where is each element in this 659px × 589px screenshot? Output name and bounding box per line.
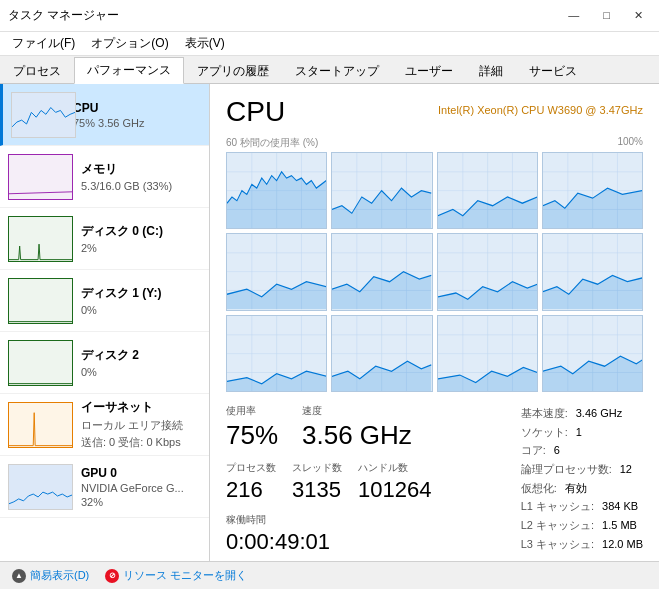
cpu-graph-2 — [437, 152, 538, 229]
speed-stat: 速度 3.56 GHz — [302, 404, 412, 451]
usage-stat: 使用率 75% — [226, 404, 278, 451]
resource-monitor-link[interactable]: ⊘ リソース モニターを開く — [105, 568, 247, 583]
logical-key: 論理プロセッサ数: — [521, 460, 612, 479]
sidebar-item-cpu[interactable]: CPU 75% 3.56 GHz — [0, 84, 209, 146]
disk0-sidebar-name: ディスク 0 (C:) — [81, 223, 201, 240]
tab-performance[interactable]: パフォーマンス — [74, 57, 184, 84]
gpu-sidebar-info: GPU 0 NVIDIA GeForce G... 32% — [81, 466, 201, 508]
sidebar-item-gpu[interactable]: GPU 0 NVIDIA GeForce G... 32% — [0, 456, 209, 518]
process-stat: プロセス数 216 — [226, 461, 276, 503]
cpu-graph-11 — [542, 315, 643, 392]
cpu-graph-5 — [331, 233, 432, 310]
speed-label: 速度 — [302, 404, 412, 418]
stats-section: 使用率 75% 速度 3.56 GHz プロセス数 — [226, 404, 643, 555]
close-button[interactable]: ✕ — [626, 7, 651, 24]
ethernet-sidebar-detail1: ローカル エリア接続 — [81, 418, 201, 433]
ethernet-sidebar-name: イーサネット — [81, 399, 201, 416]
uptime-label: 稼働時間 — [226, 513, 431, 527]
base-speed-key: 基本速度: — [521, 404, 568, 423]
info-socket: ソケット: 1 — [521, 423, 643, 442]
sidebar-item-ethernet[interactable]: イーサネット ローカル エリア接続 送信: 0 受信: 0 Kbps — [0, 394, 209, 456]
l1-val: 384 KB — [602, 497, 638, 516]
tab-startup[interactable]: スタートアップ — [282, 58, 392, 84]
menubar: ファイル(F) オプション(O) 表示(V) — [0, 32, 659, 56]
tabbar: プロセス パフォーマンス アプリの履歴 スタートアップ ユーザー 詳細 サービス — [0, 56, 659, 84]
cpu-graph-10 — [437, 315, 538, 392]
disk1-sidebar-info: ディスク 1 (Y:) 0% — [81, 285, 201, 316]
ethernet-sidebar-detail2: 送信: 0 受信: 0 Kbps — [81, 435, 201, 450]
socket-key: ソケット: — [521, 423, 568, 442]
minimize-button[interactable]: — — [560, 7, 587, 24]
disk2-sidebar-name: ディスク 2 — [81, 347, 201, 364]
memory-mini-graph — [8, 154, 73, 200]
cpu-graph-1 — [331, 152, 432, 229]
memory-sidebar-detail: 5.3/16.0 GB (33%) — [81, 180, 201, 192]
bottombar: ▲ 簡易表示(D) ⊘ リソース モニターを開く — [0, 561, 659, 589]
tab-users[interactable]: ユーザー — [392, 58, 466, 84]
sidebar: CPU 75% 3.56 GHz メモリ 5.3/16.0 GB (33%) — [0, 84, 210, 561]
thread-label: スレッド数 — [292, 461, 342, 475]
main-area: CPU 75% 3.56 GHz メモリ 5.3/16.0 GB (33%) — [0, 84, 659, 561]
gpu-sidebar-name: GPU 0 — [81, 466, 201, 480]
sidebar-item-memory[interactable]: メモリ 5.3/16.0 GB (33%) — [0, 146, 209, 208]
core-val: 6 — [554, 441, 560, 460]
thread-stat: スレッド数 3135 — [292, 461, 342, 503]
uptime-stat: 稼働時間 0:00:49:01 — [226, 513, 431, 555]
cpu-graph-9 — [331, 315, 432, 392]
cpu-mini-graph — [11, 92, 76, 138]
tab-apphistory[interactable]: アプリの履歴 — [184, 58, 282, 84]
cpu-graph-7 — [542, 233, 643, 310]
disk1-mini-graph — [8, 278, 73, 324]
info-base-speed: 基本速度: 3.46 GHz — [521, 404, 643, 423]
graph-label-right: 100% — [617, 136, 643, 150]
virt-val: 有効 — [565, 479, 587, 498]
svg-rect-3 — [9, 279, 72, 324]
info-virt: 仮想化: 有効 — [521, 479, 643, 498]
memory-sidebar-name: メモリ — [81, 161, 201, 178]
ethernet-mini-graph — [8, 402, 73, 448]
sidebar-item-disk1[interactable]: ディスク 1 (Y:) 0% — [0, 270, 209, 332]
stats-row2: プロセス数 216 スレッド数 3135 ハンドル数 101264 — [226, 461, 431, 503]
tab-services[interactable]: サービス — [516, 58, 590, 84]
menu-view[interactable]: 表示(V) — [177, 33, 233, 54]
ethernet-sidebar-info: イーサネット ローカル エリア接続 送信: 0 受信: 0 Kbps — [81, 399, 201, 450]
menu-file[interactable]: ファイル(F) — [4, 33, 83, 54]
simple-view-link[interactable]: ▲ 簡易表示(D) — [12, 568, 89, 583]
usage-label: 使用率 — [226, 404, 278, 418]
logical-val: 12 — [620, 460, 632, 479]
handle-label: ハンドル数 — [358, 461, 431, 475]
graph-label-left: 60 秒間の使用率 (%) — [226, 136, 318, 150]
cpu-sidebar-detail: 75% 3.56 GHz — [73, 117, 201, 129]
tab-process[interactable]: プロセス — [0, 58, 74, 84]
cpu-graph-4 — [226, 233, 327, 310]
tab-details[interactable]: 詳細 — [466, 58, 516, 84]
disk0-sidebar-info: ディスク 0 (C:) 2% — [81, 223, 201, 254]
svg-rect-2 — [9, 217, 72, 262]
cpu-sidebar-name: CPU — [73, 101, 201, 115]
thread-value: 3135 — [292, 477, 342, 503]
handle-value: 101264 — [358, 477, 431, 503]
info-l2: L2 キャッシュ: 1.5 MB — [521, 516, 643, 535]
disk1-sidebar-detail: 0% — [81, 304, 201, 316]
disk2-sidebar-info: ディスク 2 0% — [81, 347, 201, 378]
content-panel: CPU Intel(R) Xeon(R) CPU W3690 @ 3.47GHz… — [210, 84, 659, 561]
virt-key: 仮想化: — [521, 479, 557, 498]
titlebar: タスク マネージャー — □ ✕ — [0, 0, 659, 32]
menu-options[interactable]: オプション(O) — [83, 33, 176, 54]
memory-sidebar-info: メモリ 5.3/16.0 GB (33%) — [81, 161, 201, 192]
info-l3: L3 キャッシュ: 12.0 MB — [521, 535, 643, 554]
cpu-model: Intel(R) Xeon(R) CPU W3690 @ 3.47GHz — [438, 104, 643, 116]
sidebar-item-disk0[interactable]: ディスク 0 (C:) 2% — [0, 208, 209, 270]
gpu-sidebar-detail2: 32% — [81, 496, 201, 508]
sidebar-item-disk2[interactable]: ディスク 2 0% — [0, 332, 209, 394]
cpu-sidebar-info: CPU 75% 3.56 GHz — [73, 101, 201, 129]
stats-left: 使用率 75% 速度 3.56 GHz プロセス数 — [226, 404, 431, 555]
gpu-mini-graph — [8, 464, 73, 510]
disk0-mini-graph — [8, 216, 73, 262]
socket-val: 1 — [576, 423, 582, 442]
resource-monitor-icon: ⊘ — [105, 569, 119, 583]
content-header: CPU Intel(R) Xeon(R) CPU W3690 @ 3.47GHz — [226, 96, 643, 128]
l3-key: L3 キャッシュ: — [521, 535, 594, 554]
cpu-graph-0 — [226, 152, 327, 229]
maximize-button[interactable]: □ — [595, 7, 618, 24]
